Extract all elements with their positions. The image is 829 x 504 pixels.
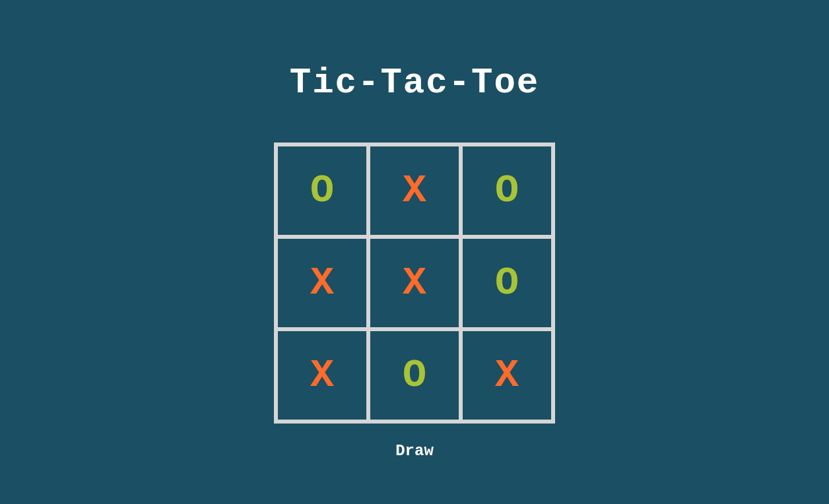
game-board: O X O X X O X O X (274, 142, 555, 424)
game-status: Draw (395, 442, 434, 460)
cell-6[interactable]: X (276, 329, 368, 422)
game-title: Tic-Tac-Toe (290, 63, 539, 103)
cell-0[interactable]: O (276, 144, 368, 237)
cell-2[interactable]: O (461, 144, 553, 237)
cell-5[interactable]: O (461, 237, 553, 329)
cell-7[interactable]: O (368, 329, 461, 422)
cell-8[interactable]: X (461, 329, 553, 422)
cell-3[interactable]: X (276, 237, 368, 329)
cell-4[interactable]: X (368, 237, 461, 329)
cell-1[interactable]: X (368, 144, 461, 237)
